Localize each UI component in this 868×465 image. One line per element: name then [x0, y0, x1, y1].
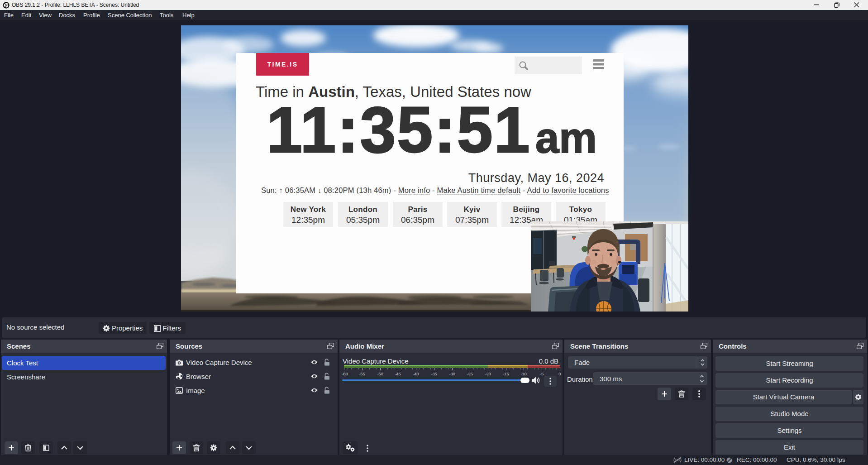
svg-text:-25: -25	[467, 371, 473, 376]
svg-text:-35: -35	[431, 371, 437, 376]
svg-text:-15: -15	[503, 371, 509, 376]
svg-text:0: 0	[558, 371, 561, 376]
svg-text:-45: -45	[395, 371, 401, 376]
svg-text:-5: -5	[540, 371, 544, 376]
svg-text:-10: -10	[520, 371, 527, 376]
svg-text:-30: -30	[449, 371, 455, 376]
svg-text:-20: -20	[485, 371, 491, 376]
svg-text:-60: -60	[342, 371, 348, 376]
svg-text:-40: -40	[413, 371, 419, 376]
svg-text:-50: -50	[377, 371, 383, 376]
svg-text:-55: -55	[359, 371, 365, 376]
